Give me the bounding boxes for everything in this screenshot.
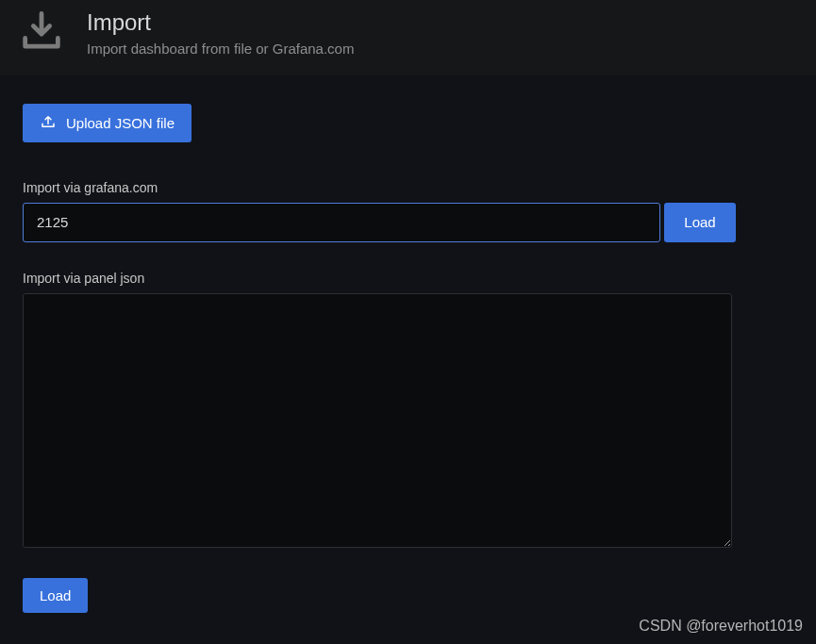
page-header: Import Import dashboard from file or Gra… [0,0,816,75]
grafana-import-label: Import via grafana.com [23,180,793,195]
grafana-load-button[interactable]: Load [664,203,736,242]
content-area: Upload JSON file Import via grafana.com … [0,75,816,636]
page-title: Import [87,9,354,37]
grafana-url-input[interactable] [23,203,660,242]
load-button[interactable]: Load [23,578,88,613]
panel-json-textarea[interactable] [23,293,732,548]
panel-json-group: Import via panel json [23,271,793,552]
header-text: Import Import dashboard from file or Gra… [87,8,354,58]
grafana-input-row: Load [23,203,793,242]
upload-json-button[interactable]: Upload JSON file [23,104,192,142]
upload-button-label: Upload JSON file [66,115,175,131]
bottom-load-wrapper: Load [23,578,793,613]
upload-icon [40,113,57,133]
watermark: CSDN @foreverhot1019 [639,618,803,635]
panel-json-label: Import via panel json [23,271,793,286]
page-subtitle: Import dashboard from file or Grafana.co… [87,39,354,58]
grafana-import-group: Import via grafana.com Load [23,180,793,242]
import-icon [17,8,66,57]
